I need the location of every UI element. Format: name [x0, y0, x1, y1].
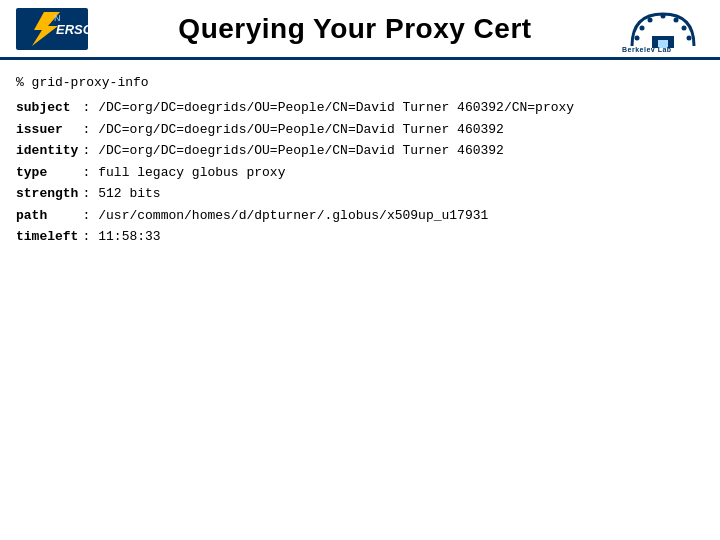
svg-text:ERSC: ERSC: [56, 22, 88, 37]
svg-point-10: [682, 25, 687, 30]
nersc-logo: ERSC N: [16, 8, 88, 50]
svg-point-11: [687, 35, 692, 40]
svg-point-8: [661, 13, 666, 18]
nersc-logo-svg: ERSC N: [16, 8, 88, 50]
row-key: subject: [16, 97, 82, 118]
row-value: 512 bits: [98, 183, 574, 204]
row-value: 11:58:33: [98, 226, 574, 247]
table-row: identity:/DC=org/DC=doegrids/OU=People/C…: [16, 140, 574, 161]
row-colon: :: [82, 119, 98, 140]
info-table: subject:/DC=org/DC=doegrids/OU=People/CN…: [16, 97, 574, 247]
row-colon: :: [82, 140, 98, 161]
row-colon: :: [82, 205, 98, 226]
row-key: path: [16, 205, 82, 226]
table-row: strength:512 bits: [16, 183, 574, 204]
table-row: path:/usr/common/homes/d/dpturner/.globu…: [16, 205, 574, 226]
table-row: timeleft:11:58:33: [16, 226, 574, 247]
svg-text:N: N: [54, 13, 61, 23]
row-key: identity: [16, 140, 82, 161]
row-key: strength: [16, 183, 82, 204]
table-row: issuer:/DC=org/DC=doegrids/OU=People/CN=…: [16, 119, 574, 140]
svg-point-7: [648, 17, 653, 22]
berkeley-lab-logo: Berkeley Lab: [622, 6, 704, 52]
row-value: /usr/common/homes/d/dpturner/.globus/x50…: [98, 205, 574, 226]
row-value: full legacy globus proxy: [98, 162, 574, 183]
table-row: type:full legacy globus proxy: [16, 162, 574, 183]
row-value: /DC=org/DC=doegrids/OU=People/CN=David T…: [98, 97, 574, 118]
row-colon: :: [82, 162, 98, 183]
row-colon: :: [82, 97, 98, 118]
svg-point-5: [635, 35, 640, 40]
row-key: timeleft: [16, 226, 82, 247]
header: ERSC N Querying Your Proxy Cert Berkeley…: [0, 0, 720, 60]
row-key: type: [16, 162, 82, 183]
page-title: Querying Your Proxy Cert: [178, 13, 531, 45]
row-colon: :: [82, 183, 98, 204]
row-key: issuer: [16, 119, 82, 140]
command-line: % grid-proxy-info: [16, 72, 704, 93]
row-value: /DC=org/DC=doegrids/OU=People/CN=David T…: [98, 119, 574, 140]
table-row: subject:/DC=org/DC=doegrids/OU=People/CN…: [16, 97, 574, 118]
content-area: % grid-proxy-info subject:/DC=org/DC=doe…: [0, 60, 720, 260]
svg-point-6: [640, 25, 645, 30]
svg-text:Berkeley Lab: Berkeley Lab: [622, 46, 672, 52]
row-colon: :: [82, 226, 98, 247]
svg-point-9: [674, 17, 679, 22]
row-value: /DC=org/DC=doegrids/OU=People/CN=David T…: [98, 140, 574, 161]
